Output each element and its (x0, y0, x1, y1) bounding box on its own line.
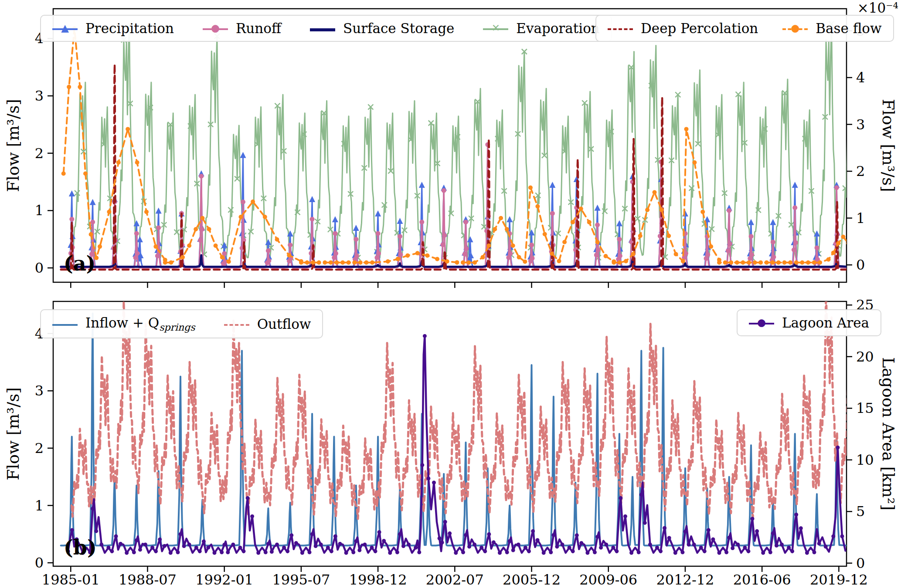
panel-a-ylabel-left: Flow [m³/s] (4, 99, 23, 192)
panel-b-ylabel-left: Flow [m³/s] (4, 387, 23, 480)
legend-entry-surface-storage: Surface Storage (310, 20, 454, 36)
series-markers-runoff (68, 142, 840, 266)
y-tick-label: 3 (35, 382, 44, 399)
legend-label: Base flow (816, 20, 881, 36)
x-tick-label: 2002-07 (426, 571, 484, 588)
base-flow-line-icon: ● (782, 21, 808, 35)
x-tick-label: 1998-12 (349, 571, 407, 588)
y-tick-label: 3 (856, 116, 865, 133)
x-tick-label: 1995-07 (272, 571, 330, 588)
legend-label: Precipitation (85, 20, 174, 36)
y-tick-label: 1 (856, 210, 865, 226)
x-tick-label: 2012-12 (656, 571, 714, 588)
y-tick-label: 0 (35, 554, 44, 571)
legend-entry-deep-percolation: Deep Percolation (608, 20, 758, 36)
surface-storage-line-icon (310, 21, 335, 35)
x-tick-label: 1992-01 (195, 571, 253, 588)
y-tick-label: 2 (35, 440, 44, 456)
y-tick-label: 0 (856, 257, 865, 273)
x-tick-label: 2019-12 (810, 571, 868, 588)
legend-entry-precipitation: ▲ Precipitation (52, 20, 174, 36)
legend-label: Inflow + Qsprings (85, 315, 195, 333)
runoff-line-icon: ● (203, 21, 228, 35)
x-tick-label: 1985-01 (42, 571, 100, 588)
panel-a-legend-main: ▲ Precipitation ● Runoff Surface Storage… (40, 15, 612, 42)
x-tick-label: 2005-12 (503, 571, 561, 588)
legend-entry-base-flow: ● Base flow (782, 20, 881, 36)
y-tick-label: 20 (856, 348, 874, 365)
panel-a-legend-secondary: Deep Percolation ● Base flow (595, 15, 894, 42)
precipitation-line-icon: ▲ (52, 21, 78, 35)
panel-b-legend-lagoon: ● Lagoon Area (737, 309, 881, 336)
evaporation-line-icon: ✕ (483, 21, 508, 35)
legend-entry-runoff: ● Runoff (203, 20, 281, 36)
y-tick-label: 10 (856, 452, 874, 468)
y-tick-label: 1 (35, 202, 44, 219)
y-tick-label: 15 (856, 400, 874, 416)
deep-percolation-line-icon (608, 21, 633, 35)
y-tick-label: 0 (35, 260, 44, 276)
y-tick-label: 2 (35, 145, 44, 162)
legend-label: Lagoon Area (782, 315, 869, 331)
y-tick-label: 0 (856, 555, 865, 571)
x-tick-label: 1988-07 (119, 571, 177, 588)
figure: 012340123450123405101520251985-011988-07… (0, 0, 901, 588)
x-tick-label: 2009-06 (579, 571, 637, 588)
panel-b-ylabel-right: Lagoon Area [km²] (879, 357, 898, 510)
legend-label: Runoff (236, 20, 281, 36)
panel-b-legend-main: Inflow + Qsprings Outflow (40, 309, 323, 338)
legend-label: Surface Storage (343, 20, 454, 36)
lagoon-area-line-icon: ● (749, 316, 774, 330)
legend-entry-evaporation: ✕ Evaporation (483, 20, 599, 36)
y-tick-label: 3 (35, 88, 44, 104)
y-tick-label: 4 (856, 69, 865, 86)
y-tick-label: 5 (856, 503, 865, 520)
legend-entry-outflow: Outflow (224, 316, 311, 332)
x-tick-label: 2016-06 (733, 571, 791, 588)
legend-label: Outflow (257, 316, 311, 332)
panel-b-letter: (b) (64, 536, 97, 559)
legend-label: Deep Percolation (641, 20, 758, 36)
series-line-base-flow (64, 28, 863, 263)
inflow-line-icon (52, 317, 78, 331)
legend-label: Evaporation (516, 20, 599, 36)
legend-entry-inflow: Inflow + Qsprings (52, 315, 195, 333)
outflow-line-icon (224, 317, 249, 331)
y-tick-label: 1 (35, 497, 44, 514)
panel-a-letter: (a) (64, 252, 95, 275)
chart-canvas: 012340123450123405101520251985-011988-07… (0, 0, 901, 588)
legend-entry-lagoon-area: ● Lagoon Area (749, 315, 869, 331)
y-tick-label: 2 (856, 163, 865, 179)
right-axis-multiplier: ×10⁻⁴ (857, 0, 898, 16)
panel-a-ylabel-right: Flow [m³/s] (879, 99, 898, 192)
